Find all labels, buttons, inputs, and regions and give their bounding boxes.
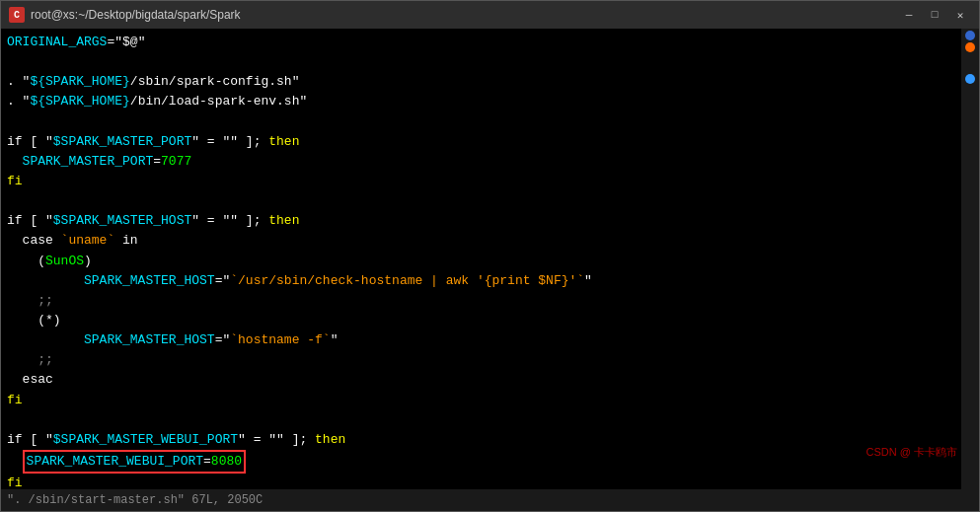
code-line-8: fi (7, 172, 955, 191)
code-line-11: case `uname` in (7, 231, 955, 251)
title-bar-left: C root@xs:~/Desktop/bigdata/spark/Spark (9, 7, 241, 23)
code-line-20 (7, 410, 955, 430)
window-controls: — □ ✕ (898, 6, 971, 24)
code-line-13: SPARK_MASTER_HOST="`/usr/sbin/check-host… (7, 271, 955, 291)
close-button[interactable]: ✕ (949, 6, 971, 24)
maximize-button[interactable]: □ (924, 6, 945, 24)
code-line-22: SPARK_MASTER_WEBUI_PORT=8080 (7, 450, 955, 474)
code-line-16: SPARK_MASTER_HOST="`hostname -f`" (7, 330, 955, 350)
code-line-19: fi (7, 391, 955, 410)
sidebar-right (961, 29, 979, 489)
sidebar-dot-blue (965, 31, 975, 40)
code-line-15: (*) (7, 311, 955, 330)
code-line-4: . "${SPARK_HOME}/bin/load-spark-env.sh" (7, 92, 955, 111)
status-bar: ". /sbin/start-master.sh" 67L, 2050C (1, 489, 979, 511)
terminal-icon: C (9, 7, 25, 23)
code-line-14: ;; (7, 291, 955, 311)
watermark: CSDN @ 卡卡鸥市 (867, 445, 957, 460)
code-line-17: ;; (7, 350, 955, 370)
minimize-button[interactable]: — (898, 6, 920, 24)
terminal-content[interactable]: ORIGINAL_ARGS="$@" . "${SPARK_HOME}/sbin… (1, 29, 961, 489)
code-line-12: (SunOS) (7, 252, 955, 271)
code-line-3: . "${SPARK_HOME}/sbin/spark-config.sh" (7, 72, 955, 92)
code-line-10: if [ "$SPARK_MASTER_HOST" = "" ]; then (7, 211, 955, 231)
code-line-5 (7, 112, 955, 132)
code-line-2 (7, 52, 955, 72)
sidebar-dot-blue2 (965, 74, 975, 84)
status-file-info: ". /sbin/start-master.sh" 67L, 2050C (7, 493, 263, 507)
main-area: ORIGINAL_ARGS="$@" . "${SPARK_HOME}/sbin… (1, 29, 979, 489)
sidebar-dot-orange (965, 42, 975, 52)
code-line-6: if [ "$SPARK_MASTER_PORT" = "" ]; then (7, 132, 955, 152)
code-line-1: ORIGINAL_ARGS="$@" (7, 33, 955, 52)
code-line-7: SPARK_MASTER_PORT=7077 (7, 152, 955, 172)
code-line-23: fi (7, 474, 955, 489)
code-line-18: esac (7, 370, 955, 390)
window-title: root@xs:~/Desktop/bigdata/spark/Spark (31, 8, 241, 22)
code-line-21: if [ "$SPARK_MASTER_WEBUI_PORT" = "" ]; … (7, 430, 955, 450)
code-line-9 (7, 191, 955, 211)
title-bar: C root@xs:~/Desktop/bigdata/spark/Spark … (1, 1, 979, 29)
terminal-window: C root@xs:~/Desktop/bigdata/spark/Spark … (0, 0, 980, 512)
